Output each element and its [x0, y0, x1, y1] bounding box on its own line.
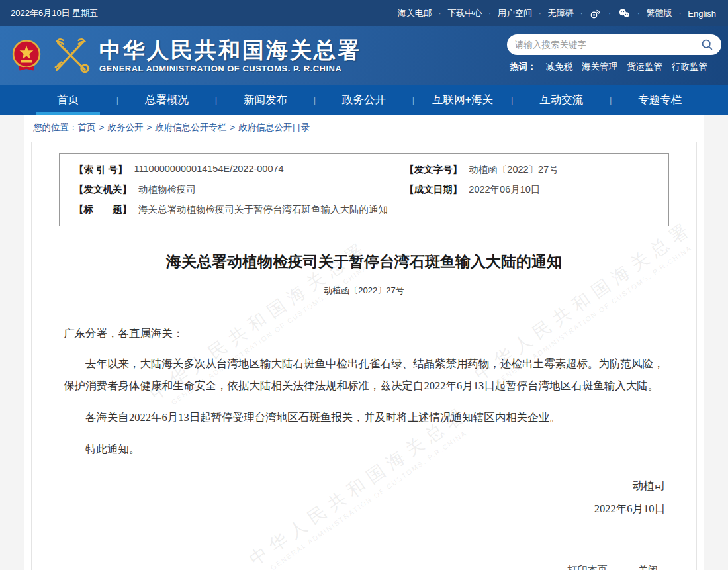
- info-cell: 【标 题】海关总署动植物检疫司关于暂停台湾石斑鱼输入大陆的通知: [74, 203, 654, 216]
- nav-item-政务公开[interactable]: 政务公开: [325, 85, 403, 115]
- info-cell: 【发文机关】动植物检疫司: [74, 183, 404, 196]
- salutation: 广东分署，各直属海关：: [64, 324, 666, 343]
- search-zone: 热词： 减免税海关管理货运监管行政监管: [507, 34, 721, 73]
- info-value: 2022年06月10日: [469, 183, 540, 196]
- sign-date: 2022年6月10日: [64, 502, 665, 516]
- close-button[interactable]: 关闭: [638, 564, 658, 570]
- weibo-icon[interactable]: [589, 7, 602, 20]
- paragraphs: 去年以来，大陆海关多次从台湾地区输大陆石斑鱼中检出孔雀石绿、结晶紫禁用药物，还检…: [64, 353, 666, 460]
- content-column: 您的位置：首页>政务公开>政府信息公开专栏>政府信息公开目录 中华人民共和国海关…: [24, 115, 704, 570]
- document-body: 广东分署，各直属海关： 去年以来，大陆海关多次从台湾地区输大陆石斑鱼中检出孔雀石…: [64, 324, 666, 516]
- breadcrumb: 您的位置：首页>政务公开>政府信息公开专栏>政府信息公开目录: [24, 115, 704, 140]
- site-title: 中华人民共和国海关总署 GENERAL ADMINISTRATION OF CU…: [99, 38, 361, 74]
- breadcrumb-separator: >: [99, 122, 105, 132]
- panel-footer: 打印本页 关闭: [34, 555, 694, 570]
- topbar-link-用户空间[interactable]: 用户空间: [498, 7, 532, 19]
- topbar-separator: ·: [539, 9, 541, 17]
- paragraph: 特此通知。: [64, 438, 666, 460]
- info-value: 海关总署动植物检疫司关于暂停台湾石斑鱼输入大陆的通知: [138, 203, 388, 216]
- info-label: 【发文字号】: [404, 164, 462, 176]
- info-label: 【标 题】: [74, 203, 132, 216]
- hot-word-行政监管[interactable]: 行政监管: [672, 61, 707, 73]
- document-info-box: 【索 引 号】11100000000014154E/2022-00074【发文字…: [59, 153, 669, 226]
- topbar-links: 海关电邮·下载中心·用户空间·无障碍···繁體版·English: [398, 7, 716, 20]
- site-name-en: GENERAL ADMINISTRATION OF CUSTOMS. P. R.…: [99, 64, 361, 73]
- signer: 动植司: [64, 479, 665, 493]
- customs-key-emblem-icon: [50, 36, 91, 75]
- info-row: 【发文机关】动植物检疫司【成文日期】2022年06月10日: [74, 183, 654, 196]
- topbar-separator: ·: [679, 9, 682, 17]
- nav-item-互联网+海关[interactable]: 互联网+海关: [415, 85, 510, 115]
- paragraph: 去年以来，大陆海关多次从台湾地区输大陆石斑鱼中检出孔雀石绿、结晶紫禁用药物，还检…: [64, 353, 666, 397]
- current-date: 2022年6月10日 星期五: [11, 7, 98, 19]
- nav-item-新闻发布[interactable]: 新闻发布: [226, 85, 304, 115]
- topbar-separator: ·: [488, 9, 491, 17]
- breadcrumb-separator: >: [230, 122, 235, 132]
- main-nav: 首页|总署概况|新闻发布|政务公开|互联网+海关|互动交流|专题专栏: [0, 85, 728, 115]
- signature-block: 动植司 2022年6月10日: [64, 479, 666, 516]
- topbar-separator: ·: [608, 9, 611, 17]
- info-cell: 【成文日期】2022年06月10日: [404, 183, 654, 196]
- document-title: 海关总署动植物检疫司关于暂停台湾石斑鱼输入大陆的通知: [71, 252, 657, 272]
- site-banner: 中华人民共和国海关总署 GENERAL ADMINISTRATION OF CU…: [0, 26, 728, 85]
- info-value: 动植物检疫司: [138, 183, 196, 196]
- document-number: 动植函〔2022〕27号: [32, 285, 696, 297]
- topbar-link-English[interactable]: English: [688, 9, 716, 19]
- info-label: 【发文机关】: [74, 183, 132, 196]
- page: 2022年6月10日 星期五 海关电邮·下载中心·用户空间·无障碍···繁體版·…: [0, 0, 728, 570]
- site-name-cn: 中华人民共和国海关总署: [99, 38, 361, 63]
- search-input[interactable]: [515, 40, 700, 50]
- breadcrumb-link-政务公开[interactable]: 政务公开: [107, 122, 143, 132]
- document-panel: 中华人民共和国海关总署 GENERAL ADMINISTRATION OF CU…: [31, 142, 697, 570]
- info-cell: 【发文字号】动植函〔2022〕27号: [404, 164, 654, 176]
- hot-word-货运监管[interactable]: 货运监管: [627, 61, 662, 73]
- hot-word-海关管理[interactable]: 海关管理: [582, 61, 617, 73]
- info-value: 动植函〔2022〕27号: [469, 164, 558, 176]
- breadcrumb-prefix: 您的位置：: [33, 122, 78, 132]
- nav-item-首页[interactable]: 首页: [40, 85, 96, 115]
- breadcrumb-link-政府信息公开目录[interactable]: 政府信息公开目录: [238, 122, 310, 132]
- topbar-separator: ·: [439, 9, 441, 17]
- topbar-link-无障碍[interactable]: 无障碍: [548, 7, 574, 19]
- topbar-separator: ·: [580, 9, 583, 17]
- info-label: 【索 引 号】: [74, 164, 128, 176]
- topbar-link-繁體版[interactable]: 繁體版: [647, 7, 672, 19]
- search-icon[interactable]: [700, 38, 713, 52]
- info-row: 【标 题】海关总署动植物检疫司关于暂停台湾石斑鱼输入大陆的通知: [74, 203, 654, 216]
- hot-words-label: 热词：: [510, 61, 537, 73]
- national-emblem-icon: [9, 38, 44, 73]
- print-page-button[interactable]: 打印本页: [568, 564, 608, 570]
- search-box: [507, 34, 721, 55]
- nav-item-总署概况[interactable]: 总署概况: [128, 85, 206, 115]
- wechat-icon[interactable]: [617, 7, 631, 20]
- info-label: 【成文日期】: [404, 183, 462, 196]
- breadcrumb-separator: >: [146, 122, 152, 132]
- info-row: 【索 引 号】11100000000014154E/2022-00074【发文字…: [74, 164, 654, 176]
- paragraph: 各海关自2022年6月13日起暂停受理台湾地区石斑鱼报关，并及时将上述情况通知辖…: [64, 406, 666, 428]
- info-value: 11100000000014154E/2022-00074: [134, 164, 284, 176]
- top-utility-bar: 2022年6月10日 星期五 海关电邮·下载中心·用户空间·无障碍···繁體版·…: [0, 0, 728, 26]
- breadcrumb-link-政府信息公开专栏[interactable]: 政府信息公开专栏: [155, 122, 226, 132]
- info-cell: 【索 引 号】11100000000014154E/2022-00074: [74, 164, 404, 176]
- breadcrumb-link-首页[interactable]: 首页: [78, 122, 96, 132]
- topbar-link-海关电邮[interactable]: 海关电邮: [398, 7, 432, 19]
- topbar-link-下载中心[interactable]: 下载中心: [447, 7, 482, 19]
- hot-word-减免税[interactable]: 减免税: [546, 61, 573, 73]
- hot-words-list: 减免税海关管理货运监管行政监管: [546, 61, 708, 73]
- nav-item-专题专栏[interactable]: 专题专栏: [621, 85, 699, 115]
- topbar-separator: ·: [637, 9, 640, 17]
- hot-words: 热词： 减免税海关管理货运监管行政监管: [507, 61, 721, 73]
- nav-item-互动交流[interactable]: 互动交流: [522, 85, 600, 115]
